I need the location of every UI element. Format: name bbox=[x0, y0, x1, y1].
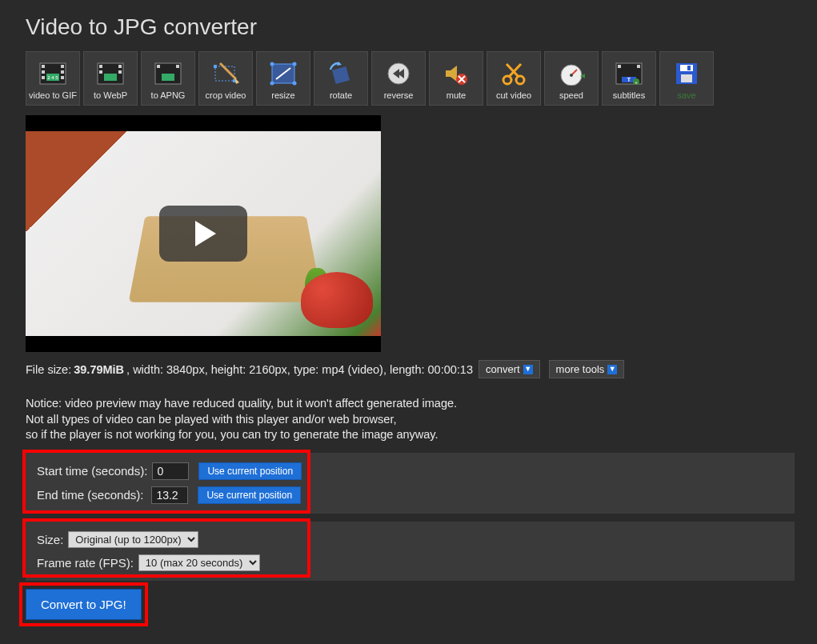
tool-to-apng[interactable]: to APNG bbox=[141, 51, 195, 106]
save-icon bbox=[675, 57, 699, 90]
tool-cut-video[interactable]: cut video bbox=[487, 51, 541, 106]
tool-save[interactable]: save bbox=[659, 51, 714, 106]
tool-mute[interactable]: mute bbox=[429, 51, 483, 106]
tool-label: save bbox=[677, 90, 695, 100]
film-webp-icon bbox=[97, 57, 124, 90]
svg-rect-55 bbox=[680, 65, 693, 71]
tool-label: resize bbox=[271, 90, 294, 100]
svg-rect-3 bbox=[42, 76, 45, 79]
svg-rect-49 bbox=[637, 65, 640, 68]
notice-line-2: Not all types of video can be played wit… bbox=[26, 412, 795, 428]
svg-point-26 bbox=[293, 62, 297, 66]
video-player bbox=[26, 115, 381, 352]
toolbar: 2 4 5 video to GIF to WebP to APNG crop … bbox=[26, 51, 795, 106]
tool-label: crop video bbox=[206, 90, 246, 100]
notice-line-1: Notice: video preview may have reduced q… bbox=[26, 396, 795, 412]
use-current-position-start-button[interactable]: Use current position bbox=[198, 462, 302, 480]
file-size: 39.79MiB bbox=[74, 363, 124, 376]
file-info-rest: , width: 3840px, height: 2160px, type: m… bbox=[126, 363, 473, 376]
dropdown-arrow-icon: ▼ bbox=[607, 365, 617, 374]
fps-label: Frame rate (FPS): bbox=[37, 556, 134, 570]
tool-label: to APNG bbox=[151, 90, 186, 100]
tool-label: subtitles bbox=[613, 90, 645, 100]
mute-icon bbox=[443, 57, 470, 90]
convert-label: convert bbox=[486, 363, 520, 375]
scissors-icon bbox=[500, 57, 527, 90]
end-time-label: End time (seconds): bbox=[37, 488, 143, 502]
more-tools-dropdown-button[interactable]: more tools ▼ bbox=[549, 360, 625, 378]
tool-subtitles[interactable]: T+ subtitles bbox=[602, 51, 656, 106]
svg-line-41 bbox=[509, 64, 521, 77]
tool-label: cut video bbox=[496, 90, 531, 100]
svg-rect-18 bbox=[162, 74, 174, 81]
tool-speed[interactable]: speed bbox=[544, 51, 599, 106]
svg-point-25 bbox=[270, 62, 274, 66]
play-icon bbox=[195, 221, 216, 246]
reverse-icon bbox=[385, 57, 412, 90]
end-time-input[interactable] bbox=[151, 486, 188, 504]
tool-reverse[interactable]: reverse bbox=[371, 51, 426, 106]
dropdown-arrow-icon: ▼ bbox=[523, 365, 533, 374]
tool-crop-video[interactable]: crop video bbox=[198, 51, 253, 106]
size-fps-panel: Size: Original (up to 1200px) Frame rate… bbox=[26, 522, 795, 581]
svg-text:T: T bbox=[627, 77, 631, 82]
tool-to-webp[interactable]: to WebP bbox=[83, 51, 138, 106]
more-tools-label: more tools bbox=[556, 363, 605, 375]
tool-label: video to GIF bbox=[29, 90, 77, 100]
svg-rect-57 bbox=[687, 66, 691, 70]
svg-rect-17 bbox=[176, 65, 179, 68]
svg-rect-4 bbox=[61, 65, 64, 68]
svg-point-27 bbox=[270, 82, 274, 86]
svg-line-22 bbox=[220, 63, 236, 79]
svg-rect-56 bbox=[681, 74, 692, 82]
tool-rotate[interactable]: rotate bbox=[314, 51, 368, 106]
film-apng-icon bbox=[154, 57, 182, 90]
svg-rect-30 bbox=[332, 66, 350, 84]
svg-text:+: + bbox=[635, 80, 638, 85]
tool-label: reverse bbox=[384, 90, 414, 100]
page-title: Video to JPG converter bbox=[26, 14, 795, 40]
convert-to-jpg-button[interactable]: Convert to JPG! bbox=[26, 589, 142, 620]
svg-point-45 bbox=[570, 74, 573, 77]
svg-rect-48 bbox=[618, 65, 621, 68]
convert-dropdown-button[interactable]: convert ▼ bbox=[479, 360, 540, 378]
size-label: Size: bbox=[37, 533, 63, 546]
svg-rect-16 bbox=[157, 65, 160, 68]
notice-line-3: so if the player is not working for you,… bbox=[26, 427, 795, 443]
rotate-icon bbox=[327, 57, 354, 90]
svg-rect-12 bbox=[118, 65, 122, 68]
fps-select[interactable]: 10 (max 20 seconds) bbox=[138, 554, 260, 571]
svg-rect-1 bbox=[42, 65, 45, 68]
tool-label: speed bbox=[559, 90, 583, 100]
svg-marker-35 bbox=[446, 66, 457, 82]
use-current-position-end-button[interactable]: Use current position bbox=[198, 486, 301, 504]
file-info-prefix: File size: bbox=[26, 363, 71, 376]
svg-rect-10 bbox=[99, 65, 102, 68]
file-info: File size: 39.79MiB , width: 3840px, hei… bbox=[26, 360, 795, 378]
start-time-label: Start time (seconds): bbox=[37, 464, 147, 478]
svg-point-28 bbox=[293, 82, 297, 86]
tool-label: to WebP bbox=[94, 90, 127, 100]
resize-icon bbox=[270, 57, 297, 90]
svg-rect-14 bbox=[104, 74, 117, 81]
svg-rect-5 bbox=[61, 70, 64, 74]
size-select[interactable]: Original (up to 1200px) bbox=[68, 531, 198, 548]
svg-rect-11 bbox=[99, 70, 102, 74]
film-gif-icon: 2 4 5 bbox=[39, 57, 66, 90]
svg-rect-2 bbox=[42, 70, 45, 74]
tool-label: mute bbox=[447, 90, 466, 100]
svg-line-42 bbox=[507, 64, 519, 77]
time-range-panel: Start time (seconds): Use current positi… bbox=[26, 453, 795, 514]
start-time-input[interactable] bbox=[152, 462, 189, 480]
notice-text: Notice: video preview may have reduced q… bbox=[26, 396, 795, 443]
svg-text:2 4 5: 2 4 5 bbox=[47, 75, 58, 80]
subtitles-icon: T+ bbox=[615, 57, 643, 90]
play-button[interactable] bbox=[159, 206, 247, 262]
svg-rect-20 bbox=[214, 65, 217, 68]
tool-video-to-gif[interactable]: 2 4 5 video to GIF bbox=[26, 51, 80, 106]
tool-resize[interactable]: resize bbox=[256, 51, 310, 106]
speedometer-icon bbox=[558, 57, 585, 90]
tool-label: rotate bbox=[330, 90, 352, 100]
crop-icon bbox=[212, 57, 239, 90]
svg-rect-13 bbox=[118, 70, 122, 74]
